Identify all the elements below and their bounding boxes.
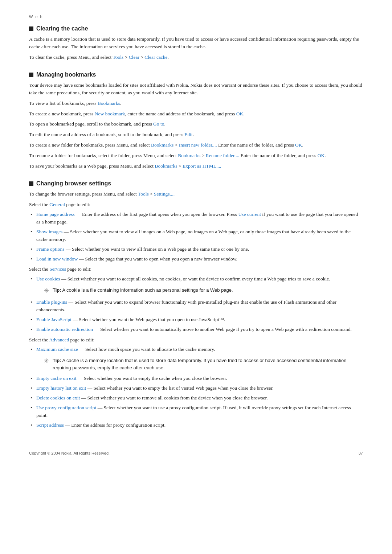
ok-link-3[interactable]: OK (318, 153, 325, 158)
empty-history-list-on-exit-link[interactable]: Empty history list on exit (36, 385, 86, 391)
heading-text: Changing browser settings (36, 180, 111, 187)
advanced-page-label: Select the Advanced page to edit: (29, 336, 363, 344)
rename-folder-link[interactable]: Rename folder.... (206, 153, 240, 158)
use-proxy-configuration-script-link[interactable]: Use proxy configuration script (36, 405, 96, 410)
list-item: Frame options — Select whether you want … (29, 246, 363, 253)
browser-settings-intro: To change the browser settings, press Me… (29, 190, 363, 198)
footer-copyright: Copyright © 2004 Nokia. All Rights Reser… (29, 451, 110, 455)
footer-page-number: 37 (359, 451, 363, 455)
heading-text: Clearing the cache (36, 25, 88, 32)
managing-bookmarks-intro: Your device may have some bookmarks load… (29, 82, 363, 97)
advanced-items-list: Maximum cache size — Select how much spa… (29, 346, 363, 429)
list-item: Empty history list on exit — Select whet… (29, 385, 363, 392)
ok-link-1[interactable]: OK (236, 111, 244, 116)
enable-javascript-link[interactable]: Enable JavaScript (36, 317, 72, 322)
go-to-link[interactable]: Go to (153, 121, 164, 127)
tip-box-cache: ✳ Tip: A cache is a memory location that… (44, 356, 363, 373)
list-item: Use proxy configuration script — Select … (29, 404, 363, 419)
bookmarks-export: To save your bookmarks as a Web page, pr… (29, 163, 363, 170)
bookmarks-link-4[interactable]: Bookmarks (155, 163, 177, 169)
heading-bullet (29, 181, 33, 186)
general-items-list: Home page address — Enter the address of… (29, 211, 363, 263)
settings-link[interactable]: Settings.... (154, 191, 175, 197)
bookmarks-link-2[interactable]: Bookmarks (151, 142, 173, 148)
bookmarks-link-1[interactable]: Bookmarks (98, 100, 120, 106)
section-clearing-cache: Clearing the cache A cache is a memory l… (29, 25, 363, 61)
new-bookmark-link[interactable]: New bookmark (95, 111, 125, 116)
list-item: Script address — Enter the address for p… (29, 422, 363, 429)
general-link[interactable]: General (49, 202, 65, 207)
clearing-cache-para2: To clear the cache, press Menu, and sele… (29, 54, 363, 61)
home-page-address-link[interactable]: Home page address (36, 212, 75, 217)
tools-link-2[interactable]: Tools (138, 191, 149, 197)
heading-bullet (29, 26, 33, 31)
section-heading-clearing-cache: Clearing the cache (29, 25, 363, 32)
general-page-label: Select the General page to edit: (29, 201, 363, 209)
edit-link[interactable]: Edit (184, 132, 193, 137)
section-changing-browser-settings: Changing browser settings To change the … (29, 180, 363, 429)
bookmarks-view: To view a list of bookmarks, press Bookm… (29, 100, 363, 107)
use-cookies-link[interactable]: Use cookies (36, 276, 60, 282)
list-item: Enable automatic redirection — Select wh… (29, 326, 363, 333)
section-heading-changing-browser: Changing browser settings (29, 180, 363, 187)
section-managing-bookmarks: Managing bookmarks Your device may have … (29, 71, 363, 170)
bookmarks-rename-folder: To rename a folder for bookmarks, select… (29, 152, 363, 160)
page-footer: Copyright © 2004 Nokia. All Rights Reser… (29, 451, 363, 455)
tip-text-cache: Tip: A cache is a memory location that i… (53, 357, 363, 371)
frame-options-link[interactable]: Frame options (36, 246, 65, 252)
clear-link[interactable]: Clear (129, 54, 139, 60)
bookmarks-new-folder: To create a new folder for bookmarks, pr… (29, 141, 363, 149)
insert-new-folder-link[interactable]: Insert new folder.... (179, 142, 217, 148)
list-item: Maximum cache size — Select how much spa… (29, 346, 363, 373)
bookmarks-edit: To edit the name and address of a bookma… (29, 131, 363, 139)
enable-plugins-link[interactable]: Enable plug-ins (36, 299, 67, 305)
heading-bullet (29, 73, 33, 77)
services-page-label: Select the Services page to edit: (29, 266, 363, 273)
heading-text: Managing bookmarks (36, 71, 96, 78)
clear-cache-link[interactable]: Clear cache (144, 54, 167, 60)
show-images-link[interactable]: Show images (36, 229, 62, 234)
list-item: Empty cache on exit — Select whether you… (29, 375, 363, 382)
bookmarks-create: To create a new bookmark, press New book… (29, 110, 363, 118)
ok-link-2[interactable]: OK (295, 142, 302, 148)
list-item: Delete cookies on exit — Select whether … (29, 394, 363, 402)
export-as-html-link[interactable]: Export as HTML.... (183, 163, 221, 169)
list-item: Enable plug-ins — Select whether you wan… (29, 299, 363, 314)
tip-icon: ✳ (44, 287, 49, 295)
enable-automatic-redirection-link[interactable]: Enable automatic redirection (36, 327, 93, 332)
load-in-new-window-link[interactable]: Load in new window (36, 256, 78, 262)
list-item: Use cookies — Select whether you want to… (29, 275, 363, 296)
bookmarks-open: To open a bookmarked page, scroll to the… (29, 120, 363, 128)
list-item: Load in new window — Select the page tha… (29, 255, 363, 263)
clearing-cache-para1: A cache is a memory location that is use… (29, 36, 363, 51)
tip-icon-2: ✳ (44, 357, 49, 365)
tip-text-cookies: Tip: A cookie is a file containing infor… (53, 287, 233, 294)
services-link[interactable]: Services (49, 266, 66, 272)
maximum-cache-size-link[interactable]: Maximum cache size (36, 346, 78, 352)
tip-box-cookies: ✳ Tip: A cookie is a file containing inf… (44, 285, 363, 296)
list-item: Enable JavaScript — Select whether you w… (29, 316, 363, 324)
tools-link[interactable]: Tools (113, 54, 123, 60)
list-item: Home page address — Enter the address of… (29, 211, 363, 226)
script-address-link[interactable]: Script address (36, 422, 64, 428)
empty-cache-on-exit-link[interactable]: Empty cache on exit (36, 376, 77, 381)
advanced-link[interactable]: Advanced (49, 337, 69, 342)
use-current-link[interactable]: Use current (238, 212, 261, 217)
section-heading-managing-bookmarks: Managing bookmarks (29, 71, 363, 78)
services-items-list: Use cookies — Select whether you want to… (29, 275, 363, 333)
delete-cookies-on-exit-link[interactable]: Delete cookies on exit (36, 395, 80, 401)
list-item: Show images — Select whether you want to… (29, 228, 363, 243)
web-label: W e b (29, 15, 363, 19)
bookmarks-link-3[interactable]: Bookmarks (178, 153, 200, 158)
